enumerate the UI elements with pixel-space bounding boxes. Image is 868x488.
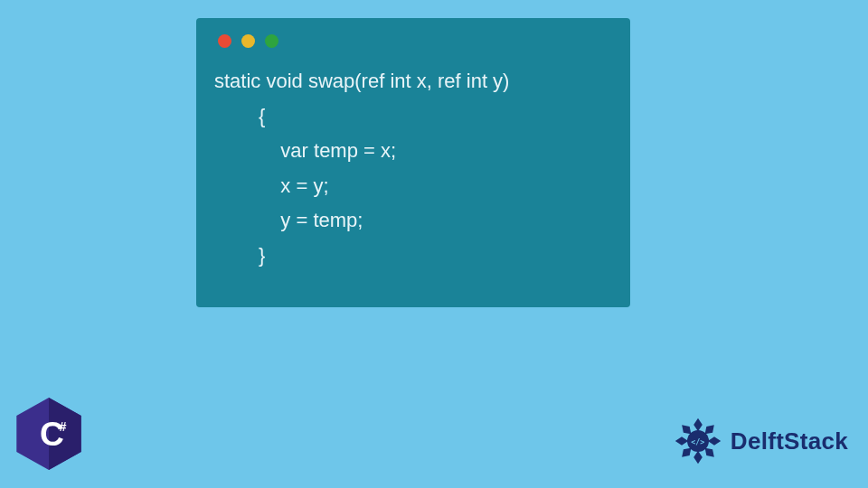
zoom-dot-icon bbox=[265, 34, 278, 48]
delftstack-text: DelftStack bbox=[731, 427, 848, 455]
code-block: static void swap(ref int x, ref int y) {… bbox=[214, 64, 612, 273]
code-line: x = y; bbox=[214, 174, 329, 197]
minimize-dot-icon bbox=[241, 34, 255, 48]
svg-marker-10 bbox=[675, 436, 688, 446]
svg-marker-6 bbox=[708, 436, 721, 446]
svg-marker-8 bbox=[693, 451, 703, 464]
close-dot-icon bbox=[218, 34, 231, 48]
window-controls bbox=[218, 34, 612, 48]
delftstack-logo: </> DelftStack bbox=[671, 414, 848, 468]
svg-marker-4 bbox=[693, 418, 703, 431]
code-line: var temp = x; bbox=[214, 139, 396, 162]
csharp-badge-icon: C # bbox=[16, 398, 81, 470]
code-line: y = temp; bbox=[214, 209, 363, 231]
code-line: { bbox=[214, 105, 265, 127]
code-window: static void swap(ref int x, ref int y) {… bbox=[196, 18, 630, 307]
svg-text:#: # bbox=[59, 419, 66, 434]
svg-text:</>: </> bbox=[691, 437, 704, 446]
code-line: static void swap(ref int x, ref int y) bbox=[214, 70, 509, 92]
code-line: } bbox=[214, 244, 265, 267]
delftstack-rosette-icon: </> bbox=[671, 414, 725, 468]
